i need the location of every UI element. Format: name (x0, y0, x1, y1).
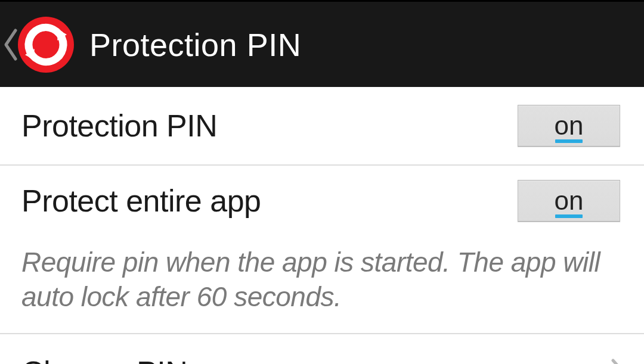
settings-list: Protection PIN on Protect entire app on … (0, 87, 644, 364)
protection-pin-toggle[interactable]: on (518, 105, 620, 147)
protection-pin-row: Protection PIN on (0, 87, 644, 166)
toggle-indicator (555, 214, 583, 218)
protect-entire-app-description: Require pin when the app is started. The… (0, 236, 644, 334)
toggle-state-text: on (555, 113, 584, 139)
chevron-left-icon (2, 27, 18, 63)
protection-pin-label: Protection PIN (21, 108, 217, 144)
protect-entire-app-label: Protect entire app (21, 183, 261, 219)
chevron-right-icon (609, 358, 627, 364)
toggle-indicator (555, 139, 583, 143)
change-pin-label: Change PIN (21, 354, 187, 364)
page-title: Protection PIN (89, 26, 301, 63)
protect-entire-app-toggle[interactable]: on (518, 180, 620, 222)
app-logo-icon (18, 17, 74, 73)
toggle-state-text: on (555, 188, 584, 214)
change-pin-row[interactable]: Change PIN (0, 334, 644, 364)
back-button[interactable] (0, 2, 80, 87)
protect-entire-app-row: Protect entire app on (0, 166, 644, 236)
header: Protection PIN (0, 2, 644, 87)
